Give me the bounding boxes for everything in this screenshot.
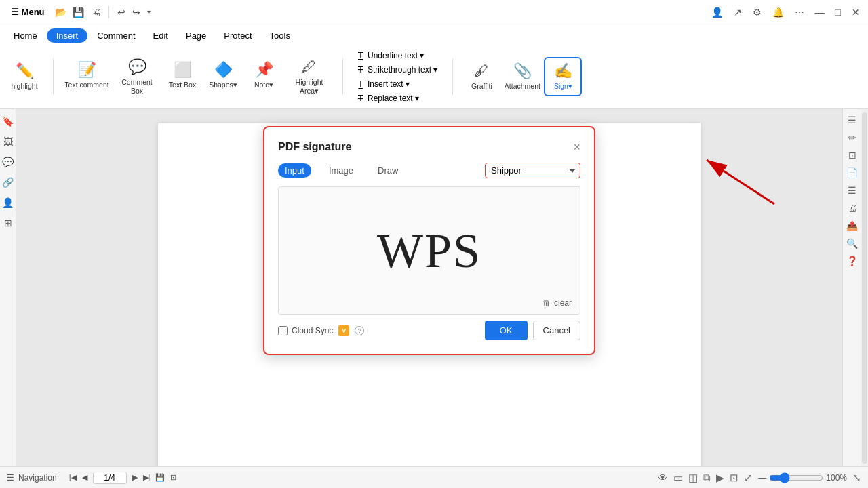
text-comment-button[interactable]: 📝 Text comment [63, 56, 111, 95]
insert-text-button[interactable]: T̲ Insert text ▾ [353, 77, 443, 90]
maximize-icon[interactable]: □ [833, 5, 844, 19]
search-right-icon[interactable]: 🔍 [846, 238, 858, 249]
save-icon[interactable]: 💾 [72, 5, 85, 19]
graffiti-button[interactable]: 🖋 Graffiti [462, 57, 500, 96]
more-icon[interactable]: ⋯ [792, 5, 807, 19]
signature-canvas: WPS 🗑 clear [278, 186, 580, 315]
attachment-button[interactable]: 📎 Attachment [503, 57, 541, 96]
underline-text-button[interactable]: T̲ Underline text ▾ [353, 49, 443, 62]
menu-button[interactable]: ☰ Menu [5, 5, 50, 18]
present-icon[interactable]: ▶ [716, 472, 724, 484]
shapes-button[interactable]: 🔷 Shapes▾ [204, 56, 242, 95]
tab-protect[interactable]: Protect [216, 28, 260, 43]
notification-icon[interactable]: 🔔 [770, 5, 787, 19]
crop-icon[interactable]: ⊡ [848, 150, 856, 161]
prev-page-icon[interactable]: ◀ [82, 473, 87, 482]
ribbon-content: ✏️ highlight 📝 Text comment 💬 Comment Bo… [0, 46, 868, 108]
insert-text-label: Insert text ▾ [368, 79, 410, 89]
open-icon[interactable]: 📂 [54, 5, 68, 19]
next-page-icon[interactable]: ▶ [132, 473, 138, 482]
align-icon[interactable]: ☰ [848, 185, 856, 196]
help-right-icon[interactable]: ❓ [846, 256, 858, 266]
sign-label: Sign▾ [554, 82, 572, 91]
user-icon[interactable]: 👤 [1, 196, 15, 209]
comment-box-label: Comment Box [115, 78, 159, 95]
close-icon[interactable]: ✕ [849, 5, 863, 19]
expand-icon[interactable]: ⤡ [852, 472, 861, 484]
ok-button[interactable]: OK [485, 321, 528, 340]
image-thumb-icon[interactable]: 🖼 [1, 135, 15, 148]
dialog-close-button[interactable]: × [573, 141, 580, 153]
redo-icon[interactable]: ↪ [130, 5, 143, 19]
undo-dropdown-icon[interactable]: ▾ [144, 7, 153, 17]
resize-icon[interactable]: ⤢ [744, 472, 753, 484]
tab-edit[interactable]: Edit [145, 28, 176, 43]
undo-redo-group: ↩ ↪ ▾ [115, 5, 153, 19]
highlight-area-button[interactable]: 🖊 Highlight Area▾ [285, 56, 333, 98]
main-area: 🔖 🖼 💬 🔗 👤 ⊞ PDF signature × Input Image … [0, 109, 868, 466]
tab-tools[interactable]: Tools [262, 28, 298, 43]
fit-page-icon[interactable]: ⊡ [170, 473, 176, 482]
tab-draw[interactable]: Draw [371, 163, 405, 178]
ribbon: Home Insert Comment Edit Page Protect To… [0, 24, 868, 109]
font-select-dropdown[interactable]: Shippor Arial Times New Roman Courier [485, 163, 580, 178]
settings-icon[interactable]: ⚙ [750, 5, 764, 19]
text-markup-group: T̲ Underline text ▾ T̶ Strikethrough tex… [353, 49, 443, 104]
group-text-comment: 📝 Text comment 💬 Comment Box ⬜ Text Box … [63, 56, 333, 98]
replace-text-label: Replace text ▾ [368, 94, 419, 103]
fullscreen-icon[interactable]: ⊡ [730, 472, 738, 484]
dual-page-icon[interactable]: ◫ [688, 472, 698, 484]
title-bar-left: ☰ Menu 📂 💾 🖨 ↩ ↪ ▾ [5, 5, 153, 19]
zoom-out-icon[interactable]: — [758, 473, 766, 483]
comment-icon[interactable]: 💬 [1, 155, 15, 169]
zoom-slider[interactable] [769, 472, 823, 483]
scroll-track[interactable] [862, 112, 867, 464]
text-extract-icon[interactable]: 📄 [846, 167, 858, 178]
minimize-icon[interactable]: — [812, 5, 827, 19]
tab-page[interactable]: Page [178, 28, 214, 43]
undo-icon[interactable]: ↩ [115, 5, 128, 19]
note-button[interactable]: 📌 Note▾ [245, 56, 283, 95]
tab-insert[interactable]: Insert [47, 28, 88, 43]
cloud-sync-group: Cloud Sync V ? [278, 325, 364, 336]
strikethrough-text-button[interactable]: T̶ Strikethrough text ▾ [353, 63, 443, 76]
tab-home[interactable]: Home [5, 28, 45, 43]
single-page-icon[interactable]: ▭ [673, 472, 683, 484]
help-icon[interactable]: ? [355, 326, 364, 336]
last-page-icon[interactable]: ▶| [143, 473, 151, 482]
navigation-toggle-icon[interactable]: ☰ [7, 473, 14, 483]
edit-props-icon[interactable]: ✏ [848, 132, 856, 143]
link-icon[interactable]: 🔗 [1, 176, 15, 189]
scrollbar[interactable] [861, 109, 868, 466]
share-icon[interactable]: ↗ [731, 5, 745, 19]
trash-icon: 🗑 [542, 298, 551, 308]
continuous-icon[interactable]: ⧉ [703, 472, 711, 484]
properties-icon[interactable]: ☰ [848, 115, 856, 125]
print-right-icon[interactable]: 🖨 [848, 203, 857, 214]
cloud-sync-label: Cloud Sync [292, 326, 333, 336]
comment-box-button[interactable]: 💬 Comment Box [113, 56, 161, 98]
replace-text-button[interactable]: T̶ Replace text ▾ [353, 92, 443, 104]
signature-preview: WPS [377, 223, 481, 279]
cancel-button[interactable]: Cancel [533, 321, 580, 340]
first-page-icon[interactable]: |◀ [69, 473, 77, 482]
cloud-sync-checkbox[interactable] [278, 326, 288, 336]
highlight-button[interactable]: ✏️ highlight [5, 57, 43, 96]
tab-comment[interactable]: Comment [89, 28, 143, 43]
profile-icon[interactable]: 👤 [709, 5, 726, 19]
tab-input[interactable]: Input [278, 163, 311, 178]
grid-icon[interactable]: ⊞ [1, 216, 15, 230]
view-eye-icon[interactable]: 👁 [658, 472, 668, 483]
dialog-footer: Cloud Sync V ? OK Cancel [278, 321, 580, 340]
clear-button[interactable]: 🗑 clear [542, 298, 572, 308]
text-box-button[interactable]: ⬜ Text Box [163, 56, 201, 95]
sign-button[interactable]: ✍ Sign▾ [544, 57, 582, 96]
page-input[interactable] [93, 472, 127, 484]
save-status-icon[interactable]: 💾 [155, 473, 165, 482]
print-icon[interactable]: 🖨 [90, 5, 103, 19]
tab-image[interactable]: Image [322, 163, 360, 178]
attachment-icon: 📎 [513, 62, 532, 80]
bookmark-icon[interactable]: 🔖 [1, 115, 15, 128]
export-icon[interactable]: 📤 [846, 220, 858, 231]
graffiti-label: Graffiti [471, 82, 492, 91]
